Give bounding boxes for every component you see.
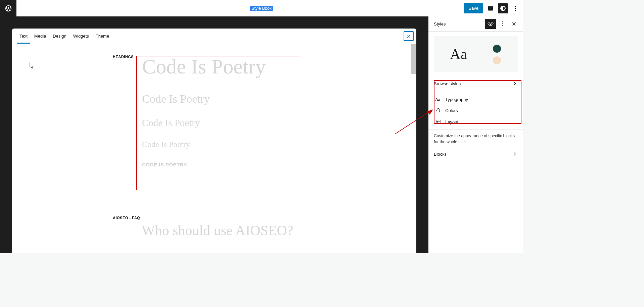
styles-toggle-button[interactable] [498, 3, 508, 13]
svg-point-4 [515, 10, 516, 11]
wordpress-icon [5, 5, 12, 12]
top-bar: Style Book Save [0, 0, 523, 16]
styles-sidebar: Styles Aa Bro [428, 16, 523, 253]
contrast-icon [500, 5, 506, 12]
heading-h2-sample[interactable]: Code Is Poetry [142, 93, 295, 105]
layout-label: Layout [445, 119, 458, 124]
blocks-description: Customize the appearance of specific blo… [428, 132, 523, 148]
canvas-scrollbar-thumb[interactable] [411, 44, 416, 74]
svg-point-7 [490, 23, 491, 24]
blocks-label: Blocks [434, 152, 447, 157]
layout-option[interactable]: Layout [428, 116, 523, 127]
typography-label: Typography [445, 97, 468, 102]
app-root: Style Book Save Text Media Design Wid [0, 0, 523, 253]
preview-typography-glyph: Aa [450, 46, 467, 63]
canvas-tabs: Text Media Design Widgets Theme [12, 29, 416, 44]
eye-icon [487, 20, 494, 27]
svg-point-8 [502, 21, 503, 22]
kebab-icon [499, 20, 506, 27]
chevron-right-icon [512, 81, 518, 87]
close-icon [406, 34, 411, 39]
heading-h5-sample[interactable]: CODE IS POETRY [142, 162, 295, 167]
svg-rect-13 [436, 120, 440, 124]
chevron-right-icon [512, 151, 518, 157]
colors-option[interactable]: Colors [428, 105, 523, 116]
wp-logo-button[interactable] [0, 0, 16, 16]
sidebar-divider [428, 130, 523, 130]
svg-point-3 [515, 8, 516, 9]
svg-point-2 [515, 6, 516, 7]
svg-point-9 [502, 23, 503, 24]
save-button[interactable]: Save [464, 3, 483, 13]
topbar-title-wrap: Style Book [250, 6, 273, 11]
sidebar-divider [428, 92, 523, 92]
style-preview-card[interactable]: Aa [434, 36, 518, 72]
topbar-title: Style Book [250, 6, 273, 11]
heading-h1-sample[interactable]: Code Is Poetry [142, 54, 295, 80]
browse-styles-label: Browse styles [434, 81, 461, 86]
styles-sidebar-header: Styles [428, 16, 523, 32]
preview-swatch-secondary [493, 56, 501, 64]
styles-more-button[interactable] [498, 19, 508, 29]
tab-design[interactable]: Design [49, 29, 70, 44]
preview-swatch-primary [493, 45, 501, 53]
blocks-row[interactable]: Blocks [428, 148, 523, 160]
close-stylebook-button[interactable] [404, 31, 414, 41]
stylebook-preview-button[interactable] [485, 19, 496, 29]
workspace: Text Media Design Widgets Theme HEADINGS… [0, 16, 523, 253]
tab-media[interactable]: Media [31, 29, 49, 44]
headings-annotation-box: Code Is Poetry Code Is Poetry Code Is Po… [136, 56, 301, 190]
layout-icon [435, 119, 441, 125]
canvas-wrap: Text Media Design Widgets Theme HEADINGS… [0, 16, 428, 253]
canvas: Text Media Design Widgets Theme HEADINGS… [12, 29, 416, 253]
tab-widgets[interactable]: Widgets [70, 29, 92, 44]
close-icon [511, 21, 517, 27]
styles-sidebar-title: Styles [434, 21, 446, 27]
aioseo-section-label: AIOSEO - FAQ [113, 216, 140, 220]
faq-heading-sample[interactable]: Who should use AIOSEO? [142, 222, 293, 239]
kebab-icon [512, 5, 519, 12]
svg-point-10 [502, 25, 503, 27]
more-menu-button[interactable] [510, 3, 520, 13]
sidebar-layout-icon [487, 5, 494, 12]
heading-h3-sample[interactable]: Code Is Poetry [142, 117, 295, 129]
headings-section-label: HEADINGS [113, 55, 134, 59]
cursor-icon [30, 62, 35, 69]
view-toggle-button[interactable] [486, 3, 496, 13]
tab-text[interactable]: Text [16, 29, 31, 44]
heading-h4-sample[interactable]: Code Is Poetry [142, 140, 295, 149]
typography-option[interactable]: Aa Typography [428, 94, 523, 105]
canvas-scrollbar[interactable] [411, 44, 416, 253]
browse-styles-row[interactable]: Browse styles [428, 77, 523, 90]
topbar-right: Save [464, 3, 523, 13]
droplet-icon [435, 107, 441, 113]
svg-rect-0 [488, 6, 493, 10]
tab-theme[interactable]: Theme [92, 29, 112, 44]
typography-icon: Aa [435, 97, 441, 102]
colors-label: Colors [445, 108, 458, 113]
close-sidebar-button[interactable] [509, 19, 519, 29]
